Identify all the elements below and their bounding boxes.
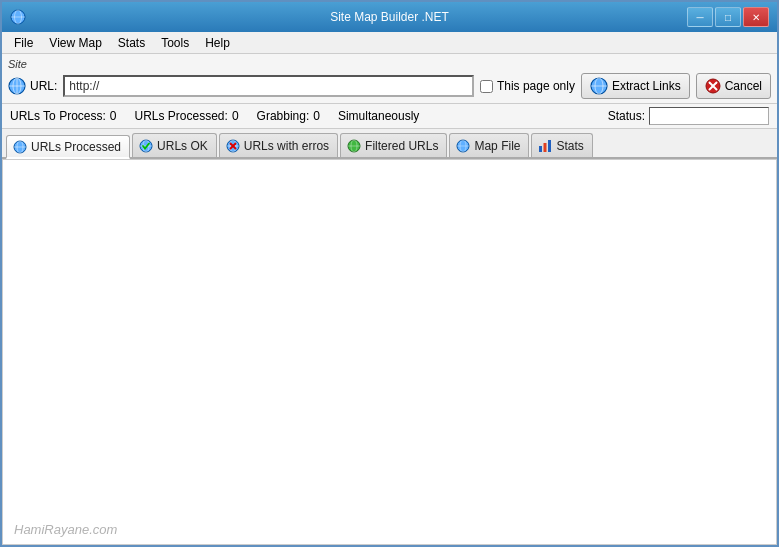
menu-bar: File View Map Stats Tools Help	[2, 32, 777, 54]
url-icon	[8, 77, 26, 95]
menu-stats[interactable]: Stats	[110, 34, 153, 52]
status-label: Status:	[608, 109, 645, 123]
tab-label-urls-processed: URLs Processed	[31, 140, 121, 154]
grabbing-value: 0	[313, 109, 320, 123]
tab-urls-processed[interactable]: URLs Processed	[6, 135, 130, 159]
url-label: URL:	[8, 77, 57, 95]
tabs-bar: URLs Processed URLs OK URLs with erros	[2, 129, 777, 159]
menu-file[interactable]: File	[6, 34, 41, 52]
menu-viewmap[interactable]: View Map	[41, 34, 109, 52]
urls-processed-item: URLs Processed: 0	[135, 109, 239, 123]
grabbing-label: Grabbing:	[257, 109, 310, 123]
tab-label-filtered-urls: Filtered URLs	[365, 139, 438, 153]
svg-rect-30	[539, 146, 542, 152]
menu-tools[interactable]: Tools	[153, 34, 197, 52]
tab-globe-icon-0	[13, 140, 27, 154]
title-bar-left	[10, 9, 26, 25]
urls-to-process-label: URLs To Process:	[10, 109, 106, 123]
status-item: Status:	[608, 107, 769, 125]
minimize-button[interactable]: ─	[687, 7, 713, 27]
close-button[interactable]: ✕	[743, 7, 769, 27]
status-value-input	[649, 107, 769, 125]
simultaneously-label: Simultaneously	[338, 109, 419, 123]
content-area	[2, 159, 777, 545]
tab-filtered-urls[interactable]: Filtered URLs	[340, 133, 447, 157]
main-window: Site Map Builder .NET ─ □ ✕ File View Ma…	[0, 0, 779, 547]
tab-stats[interactable]: Stats	[531, 133, 592, 157]
tab-stats-icon	[538, 139, 552, 153]
svg-rect-32	[548, 140, 551, 152]
window-title: Site Map Builder .NET	[330, 10, 449, 24]
simultaneously-item: Simultaneously	[338, 109, 419, 123]
svg-rect-31	[544, 143, 547, 152]
this-page-only-label[interactable]: This page only	[480, 79, 575, 93]
toolbar-row: URL: This page only Extract Links	[8, 73, 771, 99]
title-bar: Site Map Builder .NET ─ □ ✕	[2, 2, 777, 32]
cancel-button[interactable]: Cancel	[696, 73, 771, 99]
urls-processed-label: URLs Processed:	[135, 109, 228, 123]
tab-map-file[interactable]: Map File	[449, 133, 529, 157]
app-icon	[10, 9, 26, 25]
tab-urls-errors[interactable]: URLs with erros	[219, 133, 338, 157]
tab-label-urls-errors: URLs with erros	[244, 139, 329, 153]
cancel-icon	[705, 78, 721, 94]
tab-urls-ok[interactable]: URLs OK	[132, 133, 217, 157]
tab-label-map-file: Map File	[474, 139, 520, 153]
urls-to-process-value: 0	[110, 109, 117, 123]
tab-filter-icon	[347, 139, 361, 153]
site-section-label: Site	[8, 58, 771, 70]
extract-links-button[interactable]: Extract Links	[581, 73, 690, 99]
tab-label-stats: Stats	[556, 139, 583, 153]
this-page-only-checkbox[interactable]	[480, 80, 493, 93]
grabbing-item: Grabbing: 0	[257, 109, 320, 123]
status-bar: URLs To Process: 0 URLs Processed: 0 Gra…	[2, 104, 777, 129]
extract-globe-icon	[590, 77, 608, 95]
tab-globe-icon-2	[226, 139, 240, 153]
url-input[interactable]	[63, 75, 474, 97]
tab-label-urls-ok: URLs OK	[157, 139, 208, 153]
maximize-button[interactable]: □	[715, 7, 741, 27]
site-toolbar: Site URL: This page only	[2, 54, 777, 104]
urls-to-process-item: URLs To Process: 0	[10, 109, 117, 123]
urls-processed-value: 0	[232, 109, 239, 123]
tab-map-icon	[456, 139, 470, 153]
tab-globe-icon-1	[139, 139, 153, 153]
menu-help[interactable]: Help	[197, 34, 238, 52]
title-bar-controls: ─ □ ✕	[687, 7, 769, 27]
